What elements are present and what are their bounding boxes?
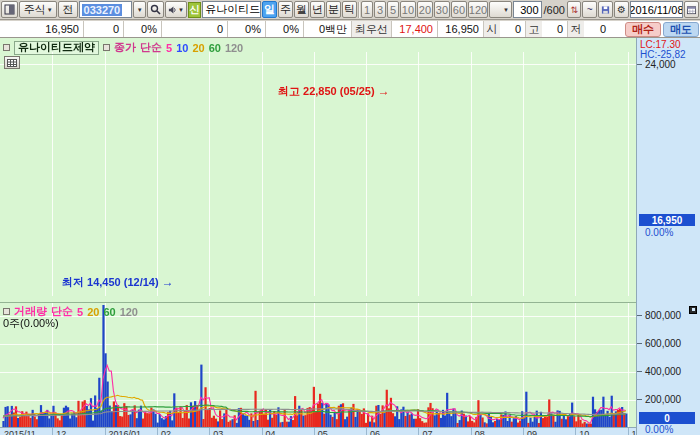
save-icon [601,5,610,15]
current-price: 16,950 [0,21,84,38]
gear-icon: ⚙ [617,4,626,15]
toolbar-separator [358,2,360,18]
tab-period-month[interactable]: 월 [294,1,309,18]
current-volume-marker: 0 [639,412,695,424]
best-bid-price: 16,950 [438,21,484,38]
stock-code-value: 033270 [82,4,123,16]
tab-period-year[interactable]: 년 [310,1,325,18]
prev-stock-button[interactable]: 전 [58,1,77,18]
volume-chart-canvas[interactable] [0,302,636,428]
bar-count-input[interactable]: 300 [513,1,542,18]
legend-ma10: 10 [176,42,188,54]
sell-button[interactable]: 매도 [663,22,699,37]
date-separator [418,428,419,435]
date-label: 02 [161,429,171,435]
date-separator [575,428,576,435]
code-dropdown-button[interactable]: ▼ [133,1,146,18]
tab-period-day[interactable]: 일 [262,1,277,18]
legend-simple-label: 단순 [140,40,162,55]
search-icon [150,4,161,15]
volume-percent-1: 0% [228,21,266,38]
price-chart-canvas[interactable] [0,38,636,302]
swap-icon: ⇅ [570,5,578,15]
price-panel-header: 유나이티드제약 종가 단순 5 10 20 60 120 [3,40,243,55]
wave-icon: ~ [587,4,593,15]
minute-button-60[interactable]: 60 [451,1,467,18]
chevron-down-icon: ▼ [47,7,53,13]
date-label: 03 [213,429,223,435]
axis-label: 400,000 [645,366,681,377]
calendar-button[interactable] [684,1,699,18]
chevron-down-icon: ▼ [503,7,509,13]
expand-icon[interactable] [689,306,697,314]
sound-dropdown-button[interactable]: ▼ [165,1,187,18]
axis-tick-mark [637,64,642,65]
date-label: 09 [527,429,537,435]
quote-bar: 16,950 0 0% 0 0% 0% 0백만 최우선 17,400 16,95… [0,21,700,38]
minute-button-5[interactable]: 5 [387,1,399,18]
axis-label: 600,000 [645,338,681,349]
price-axis-panel: LC:17.30 HC:-25,82 16,950 0.00% 0 0.00% … [636,38,700,435]
price-change: 0 [84,21,124,38]
interval-dropdown[interactable]: ▼ [489,1,512,18]
minute-button-10[interactable]: 10 [400,1,416,18]
chart-area: 유나이티드제약 종가 단순 5 10 20 60 120 최고 22,850 (… [0,38,700,435]
axis-tick-mark [637,399,642,400]
date-axis: 2015/11122016/0102030405060708091011 [0,427,636,435]
tab-period-week[interactable]: 주 [278,1,293,18]
date-separator [314,428,315,435]
axis-label: 200,000 [645,394,681,405]
market-type-dropdown[interactable]: 주식 ▼ [19,1,57,18]
best-quote-label: 최우선 [352,21,392,38]
stock-code-input[interactable]: 033270 [79,1,132,18]
compare-button[interactable]: ⇅ [567,1,581,18]
data-grid-icon[interactable] [4,56,20,69]
axis-tick-mark [637,315,642,316]
date-label: 2015/11 [4,429,36,435]
low-label: 저 [568,21,584,38]
open-price: 0 [500,21,526,38]
legend-vol-ma120: 120 [120,306,138,318]
current-price-percent: 0.00% [645,227,673,238]
date-separator [157,428,158,435]
minute-button-30[interactable]: 30 [434,1,450,18]
legend-vol-ma5: 5 [77,306,83,318]
tab-period-minute[interactable]: 분 [326,1,341,18]
stock-name-value: 유나이티드제 [205,2,261,17]
date-separator [366,428,367,435]
panel-toggle-icon[interactable] [3,44,10,51]
volume-percent-2: 0% [266,21,304,38]
date-separator [523,428,524,435]
current-price-marker: 16,950 [639,214,695,226]
legend-ma120: 120 [225,42,243,54]
current-volume-percent: 0.00% [645,424,673,435]
market-type-label: 주식 [24,2,46,17]
legend-ma5: 5 [166,42,172,54]
best-ask-price: 17,400 [392,21,438,38]
search-button[interactable] [147,1,164,18]
legend-ma20: 20 [192,42,204,54]
minute-button-120[interactable]: 120 [468,1,488,18]
stock-name-field[interactable]: 유나이티드제 [202,1,261,18]
arrow-right-icon: → [162,275,174,289]
save-button[interactable] [598,1,613,18]
indicator-toggle-icon[interactable] [103,44,110,51]
speaker-icon [168,5,177,15]
trendline-button[interactable]: ~ [582,1,596,18]
axis-label: 24,000 [645,59,676,70]
minute-button-3[interactable]: 3 [374,1,386,18]
panel-toggle-icon[interactable] [3,308,10,315]
date-label: 05 [318,429,328,435]
bar-count-total: /600 [543,4,566,16]
volume-value: 0 [162,21,228,38]
price-panel-title: 유나이티드제약 [14,41,99,55]
tab-period-tick[interactable]: 틱 [342,1,357,18]
date-separator [628,428,629,435]
date-input[interactable]: 2016/11/08 [630,1,683,18]
buy-button[interactable]: 매수 [625,22,661,37]
minute-button-20[interactable]: 20 [417,1,433,18]
minute-button-1[interactable]: 1 [361,1,373,18]
settings-button[interactable]: ⚙ [614,1,629,18]
window-icon[interactable] [1,1,18,18]
chevron-down-icon: ▼ [137,7,143,13]
